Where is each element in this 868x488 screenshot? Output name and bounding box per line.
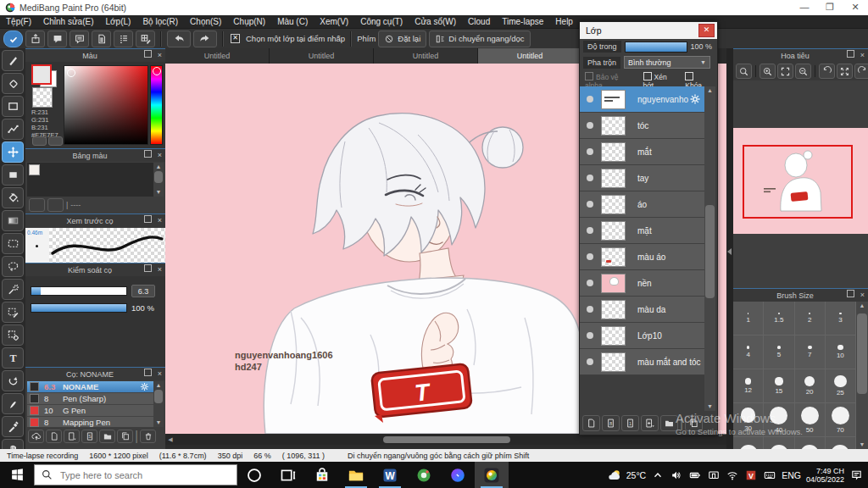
layer-visibility-dot[interactable] bbox=[587, 306, 593, 313]
popout-icon[interactable] bbox=[143, 369, 154, 380]
close-icon[interactable]: × bbox=[154, 264, 165, 275]
gear-icon[interactable] bbox=[688, 92, 702, 106]
minimize-button[interactable]: — bbox=[792, 0, 817, 15]
layer-doc-plus-button[interactable] bbox=[641, 415, 659, 431]
polyline-tool[interactable] bbox=[2, 119, 24, 140]
transparent-swatch[interactable] bbox=[32, 87, 53, 108]
gradient-tool[interactable] bbox=[2, 210, 24, 231]
layer-visibility-dot[interactable] bbox=[587, 358, 593, 365]
layer-row-mt[interactable]: mặt bbox=[580, 218, 705, 244]
notification-center-icon[interactable] bbox=[849, 469, 863, 482]
tab-untitled-2[interactable]: Untitled bbox=[374, 48, 478, 64]
hue-bar[interactable] bbox=[150, 65, 163, 145]
brush-size-cell-4[interactable]: 4 bbox=[733, 336, 764, 369]
menu-item-chnhsae[interactable]: Chỉnh sửa(E) bbox=[37, 17, 100, 26]
layer-visibility-dot[interactable] bbox=[587, 253, 593, 260]
weather-icon[interactable] bbox=[608, 469, 621, 482]
brush-size-cell-1-5[interactable]: 1.5 bbox=[764, 302, 794, 336]
navigator-zoom-orig-button[interactable] bbox=[736, 64, 752, 79]
document-button[interactable] bbox=[92, 30, 111, 47]
rotate-tool[interactable] bbox=[2, 370, 24, 391]
layer-window-close-button[interactable]: ✕ bbox=[698, 24, 715, 37]
lasso-tool[interactable] bbox=[2, 256, 24, 277]
brush-size-cell-3[interactable]: 3 bbox=[826, 302, 856, 336]
close-icon[interactable]: × bbox=[857, 50, 868, 61]
menu-item-blcr[interactable]: Bộ lọc(R) bbox=[136, 17, 184, 26]
brush-size-cell-7[interactable]: 7 bbox=[795, 336, 826, 369]
brush-size-cell-20[interactable]: 20 bbox=[795, 369, 826, 403]
layer-row-nn[interactable]: nền bbox=[580, 270, 705, 297]
eraser-tool[interactable] bbox=[2, 73, 24, 94]
menu-item-lpl[interactable]: Lớp(L) bbox=[100, 17, 137, 26]
scroll-left-arrow[interactable]: ◀ bbox=[165, 436, 175, 443]
brush-size-cell-30[interactable]: 30 bbox=[733, 403, 764, 437]
taskbar-search[interactable] bbox=[34, 464, 237, 485]
brush-size-cell-25[interactable]: 25 bbox=[826, 369, 856, 403]
layer-row-lp10[interactable]: Lớp10 bbox=[580, 323, 705, 349]
saturation-value-box[interactable] bbox=[64, 65, 148, 145]
brush-size-cell-70[interactable]: 70 bbox=[826, 403, 856, 437]
brush-size-cell-40[interactable]: 40 bbox=[764, 403, 794, 437]
keyboard-icon[interactable] bbox=[763, 469, 776, 482]
restore-button[interactable]: ❐ bbox=[817, 0, 843, 15]
brush-size-scrollbar[interactable]: ▲ ▼ bbox=[856, 302, 868, 449]
brush-size-value[interactable]: 6.3 bbox=[131, 285, 155, 297]
brush-size-cell-extra[interactable] bbox=[826, 437, 856, 450]
wand-tool[interactable] bbox=[2, 279, 24, 300]
brush-doc-arrow-button[interactable] bbox=[64, 430, 80, 443]
menu-item-cngct[interactable]: Công cụ(T) bbox=[354, 17, 409, 26]
layer-visibility-dot[interactable] bbox=[587, 122, 593, 129]
brush-size-cell-extra[interactable] bbox=[764, 437, 794, 450]
close-icon[interactable]: × bbox=[154, 50, 165, 61]
search-input[interactable] bbox=[58, 469, 206, 481]
hue-indicator[interactable] bbox=[153, 67, 161, 75]
popout-icon[interactable] bbox=[846, 50, 857, 61]
menu-item-cloud[interactable]: Cloud bbox=[462, 17, 496, 26]
list-settings-button[interactable] bbox=[114, 30, 133, 47]
palette-scrollbar[interactable]: ▲ ▼ bbox=[153, 163, 164, 197]
brush-size-cell-2[interactable]: 2 bbox=[795, 302, 826, 336]
layer-opacity-slider[interactable] bbox=[625, 42, 687, 53]
menu-item-tpf[interactable]: Tệp(F) bbox=[0, 17, 37, 26]
layer-row-nguyenvanho[interactable]: nguyenvanho bbox=[580, 86, 705, 113]
navigator-rotate-cw-button[interactable] bbox=[854, 64, 868, 79]
marquee-tool[interactable] bbox=[2, 233, 24, 254]
brush-cloud-up-button[interactable] bbox=[28, 430, 44, 443]
brush-size-cell-5[interactable]: 5 bbox=[764, 336, 794, 369]
brush-list-scrollbar[interactable]: ▲▼ bbox=[153, 381, 164, 427]
layer-row-mumtandtc[interactable]: màu mắt and tóc bbox=[580, 349, 705, 375]
smudge-tool[interactable] bbox=[2, 393, 24, 414]
taskbar-messenger-button[interactable] bbox=[441, 462, 475, 488]
layer-row-mt[interactable]: mắt bbox=[580, 139, 705, 165]
taskbar-store-button[interactable] bbox=[305, 462, 339, 488]
move-tool[interactable] bbox=[2, 141, 24, 163]
eyedropper-tool[interactable] bbox=[2, 416, 24, 437]
close-button[interactable]: ✕ bbox=[843, 0, 868, 15]
palette-swatch[interactable] bbox=[29, 164, 40, 175]
comment-button[interactable] bbox=[47, 30, 67, 47]
language-label[interactable]: ENG bbox=[782, 470, 801, 480]
popout-icon[interactable] bbox=[846, 290, 857, 301]
layer-row-tc[interactable]: tóc bbox=[580, 113, 705, 139]
brush-tool[interactable] bbox=[2, 50, 24, 71]
battery-icon[interactable] bbox=[688, 469, 702, 482]
brush-size-cell-extra[interactable] bbox=[795, 437, 826, 450]
brush-doc-s-button[interactable]: S bbox=[81, 430, 97, 443]
layer-visibility-dot[interactable] bbox=[587, 148, 593, 155]
move-direction-button[interactable]: Di chuyển ngang/dọc bbox=[429, 30, 530, 47]
sv-indicator[interactable] bbox=[67, 69, 75, 77]
navigator-fit-button[interactable] bbox=[777, 64, 793, 79]
menu-item-chns[interactable]: Chọn(S) bbox=[184, 17, 227, 26]
layer-visibility-dot[interactable] bbox=[587, 227, 593, 234]
brush-size-cell-50[interactable]: 50 bbox=[795, 403, 826, 437]
undo-button[interactable] bbox=[167, 30, 191, 47]
fill-rect-tool[interactable] bbox=[2, 164, 24, 186]
brush-trash-button[interactable] bbox=[140, 430, 156, 443]
brush-doc-button[interactable] bbox=[46, 430, 62, 443]
export-button[interactable] bbox=[25, 30, 45, 47]
layer-row-muda[interactable]: màu da bbox=[580, 297, 705, 323]
color-wheel-toggle-button[interactable] bbox=[32, 136, 47, 146]
v-input-icon[interactable]: V bbox=[744, 469, 758, 482]
bucket-tool[interactable] bbox=[2, 187, 24, 208]
select-pen-tool[interactable] bbox=[2, 302, 24, 323]
